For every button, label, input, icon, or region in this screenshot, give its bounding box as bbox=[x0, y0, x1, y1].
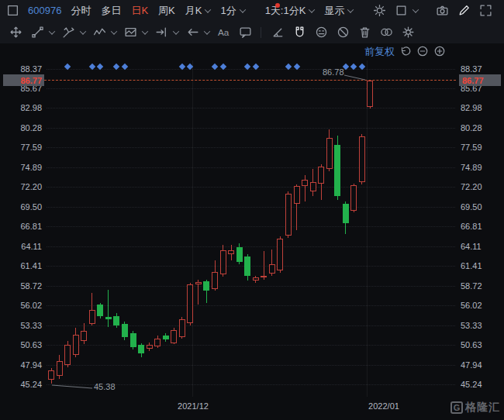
y-axis-tick-right: 58.72 bbox=[461, 281, 501, 291]
y-axis-tick-right: 64.11 bbox=[461, 242, 501, 251]
y-axis-tick-left: 45.24 bbox=[2, 380, 42, 389]
y-axis-tick-right: 56.02 bbox=[461, 301, 501, 310]
candle-body bbox=[195, 282, 202, 284]
h-gridline bbox=[47, 365, 455, 366]
candle-body bbox=[244, 256, 250, 276]
v-gridline bbox=[192, 60, 193, 397]
candle-body bbox=[147, 345, 153, 349]
candle-body bbox=[269, 264, 275, 274]
high-price-annotation: 86.78 bbox=[323, 67, 344, 77]
current-price-badge-left: 86.77 bbox=[3, 74, 44, 86]
last-price-line bbox=[44, 80, 456, 81]
y-axis-tick-left: 74.89 bbox=[2, 163, 42, 172]
y-axis-tick-left: 82.98 bbox=[2, 103, 42, 112]
watermark: G 格隆汇 bbox=[450, 401, 500, 415]
candle-body bbox=[367, 81, 373, 108]
candle-body bbox=[81, 331, 87, 340]
y-axis-tick-left: 88.37 bbox=[2, 64, 42, 74]
watermark-brand: 格隆汇 bbox=[465, 401, 500, 415]
candle-body bbox=[212, 272, 218, 289]
x-axis-label-jan: 2022/01 bbox=[361, 401, 407, 411]
h-gridline bbox=[47, 286, 455, 287]
current-price-badge-right: 86.77 bbox=[459, 74, 501, 86]
candle-body bbox=[277, 239, 283, 270]
y-axis-tick-left: 66.81 bbox=[2, 222, 42, 231]
y-axis-tick-left: 69.50 bbox=[2, 202, 42, 212]
candle-body bbox=[48, 370, 54, 380]
x-axis-label-dec: 2021/12 bbox=[170, 401, 216, 411]
y-axis-tick-right: 66.81 bbox=[461, 222, 501, 231]
candle-body bbox=[105, 317, 112, 320]
candle-body bbox=[179, 319, 185, 337]
v-gridline bbox=[367, 60, 368, 397]
y-axis-tick-left: 64.11 bbox=[2, 242, 42, 251]
candle-body bbox=[253, 277, 259, 281]
candle-body bbox=[57, 361, 63, 376]
y-axis-tick-right: 50.63 bbox=[461, 340, 501, 349]
candle-body bbox=[343, 204, 349, 223]
y-axis-tick-left: 80.28 bbox=[2, 123, 42, 133]
chart-window: 600976 分时 多日 日K 周K 月K 1分 1天:1分K 显示 VS F1… bbox=[0, 0, 504, 420]
candle-body bbox=[302, 180, 308, 187]
y-axis-tick-right: 77.59 bbox=[461, 143, 501, 152]
y-axis-tick-right: 80.28 bbox=[461, 123, 501, 133]
y-axis-tick-right: 45.24 bbox=[461, 380, 501, 389]
candle-body bbox=[89, 310, 95, 324]
candle-body bbox=[318, 167, 324, 184]
candle-body bbox=[236, 247, 243, 262]
candle-body bbox=[163, 336, 169, 339]
h-gridline bbox=[47, 345, 455, 346]
y-axis-tick-right: 88.37 bbox=[461, 64, 501, 74]
candle-body bbox=[294, 186, 300, 204]
candle-body bbox=[350, 185, 357, 210]
y-axis-tick-right: 69.50 bbox=[461, 202, 501, 212]
y-axis-tick-right: 47.94 bbox=[461, 360, 501, 370]
candle-body bbox=[203, 281, 209, 291]
h-gridline bbox=[47, 246, 455, 247]
y-axis-tick-left: 56.02 bbox=[2, 301, 42, 310]
h-gridline bbox=[47, 167, 455, 168]
h-gridline bbox=[47, 226, 455, 227]
y-axis-tick-left: 61.41 bbox=[2, 261, 42, 270]
y-axis-tick-left: 47.94 bbox=[2, 360, 42, 370]
candle-body bbox=[130, 333, 136, 347]
y-axis-tick-left: 77.59 bbox=[2, 143, 42, 152]
candle-body bbox=[326, 138, 333, 169]
h-gridline bbox=[47, 147, 455, 148]
y-axis-tick-left: 58.72 bbox=[2, 281, 42, 291]
h-gridline bbox=[47, 69, 455, 70]
candle-body bbox=[113, 316, 119, 325]
h-gridline bbox=[47, 88, 455, 89]
h-gridline bbox=[47, 266, 455, 267]
h-gridline bbox=[47, 108, 455, 108]
y-axis-tick-left: 53.33 bbox=[2, 321, 42, 330]
candle-body bbox=[154, 339, 161, 346]
candle-body bbox=[64, 345, 71, 365]
candle-body bbox=[171, 330, 177, 343]
candle-body bbox=[187, 284, 193, 323]
candle-body bbox=[334, 145, 340, 195]
candle-body bbox=[138, 345, 144, 353]
candle-body bbox=[261, 276, 267, 278]
low-price-annotation: 45.38 bbox=[94, 382, 116, 391]
candle-body bbox=[122, 324, 128, 337]
candle-body bbox=[285, 194, 292, 236]
candle-wick bbox=[108, 290, 109, 327]
y-axis-tick-right: 72.20 bbox=[461, 182, 501, 191]
watermark-logo: G bbox=[450, 401, 463, 414]
candle-body bbox=[220, 250, 226, 274]
y-axis-tick-left: 72.20 bbox=[2, 182, 42, 191]
h-gridline bbox=[47, 187, 455, 188]
candle-body bbox=[310, 182, 316, 191]
y-axis-tick-left: 50.63 bbox=[2, 340, 42, 349]
plot-area[interactable]: 88.3788.3785.6785.6782.9882.9880.2880.28… bbox=[0, 0, 504, 420]
h-gridline bbox=[47, 128, 455, 129]
h-gridline bbox=[47, 207, 455, 208]
candle-body bbox=[97, 305, 103, 315]
candle-body bbox=[73, 335, 79, 355]
y-axis-tick-right: 82.98 bbox=[461, 103, 501, 112]
candle-body bbox=[359, 136, 365, 182]
candle-body bbox=[228, 250, 234, 255]
y-axis-tick-right: 74.89 bbox=[461, 163, 501, 172]
y-axis-tick-right: 53.33 bbox=[461, 321, 501, 330]
